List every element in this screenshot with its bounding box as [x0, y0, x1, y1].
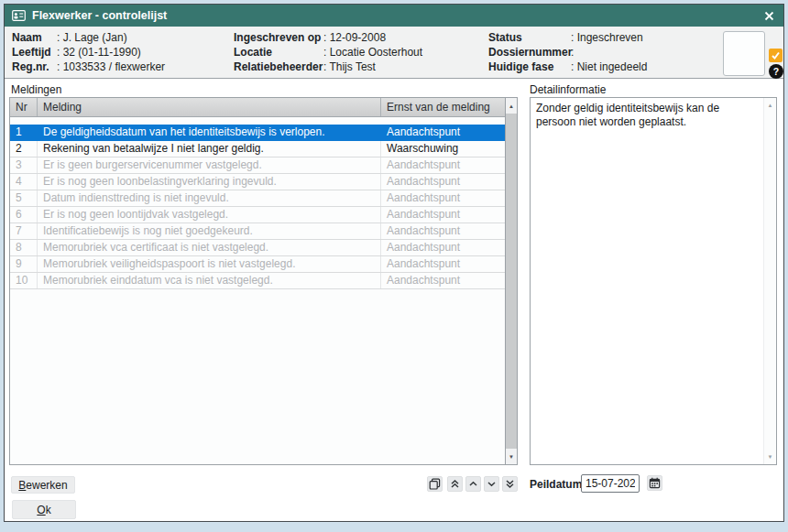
row-melding: Er is geen burgerservicenummer vastgeleg… — [38, 157, 381, 173]
table-row[interactable]: 7Identificatiebewijs is nog niet goedgek… — [10, 223, 505, 240]
field-value-locatie: : Locatie Oosterhout — [323, 46, 422, 59]
double-chevron-down-icon[interactable] — [502, 476, 518, 492]
field-value-dossiernummer: : — [571, 46, 574, 59]
chevron-up-icon[interactable] — [465, 476, 481, 492]
row-ernst: Aandachtspunt — [381, 125, 505, 140]
field-label-huidige-fase: Huidige fase — [488, 60, 553, 73]
row-nr: 3 — [10, 157, 38, 173]
scroll-down-icon[interactable]: ▼ — [506, 449, 517, 464]
check-icon[interactable] — [769, 49, 783, 62]
detail-scrollbar[interactable]: ▲ ▼ — [763, 98, 776, 464]
meldingen-table: Nr Melding Ernst van de melding 1De geld… — [9, 97, 518, 465]
scroll-up-icon[interactable]: ▲ — [764, 103, 776, 108]
table-body: 1De geldigheidsdatum van het identiteits… — [10, 118, 505, 464]
row-melding: Memorubriek vca certificaat is niet vast… — [38, 240, 381, 255]
row-melding: Memorubriek einddatum vca is niet vastge… — [38, 273, 381, 288]
field-label-naam: Naam — [12, 31, 42, 44]
field-label-relatiebeheerder: Relatiebeheerder — [234, 60, 323, 73]
row-nr: 4 — [10, 174, 38, 190]
titlebar: Flexwerker - controlelijst — [5, 5, 783, 27]
row-ernst: Aandachtspunt — [381, 256, 505, 272]
table-row[interactable]: 5Datum indiensttreding is niet ingevuld.… — [10, 190, 505, 207]
table-row[interactable]: 9Memorubriek veiligheidspaspoort is niet… — [10, 256, 505, 273]
calendar-icon[interactable] — [647, 475, 662, 491]
field-label-ingeschreven-op: Ingeschreven op — [234, 31, 321, 44]
row-nr: 10 — [10, 273, 38, 288]
field-value-relatiebeheerder: : Thijs Test — [323, 60, 376, 73]
table-row[interactable]: 2Rekening van betaalwijze I niet langer … — [10, 141, 505, 157]
row-melding: Er is nog geen loonbelastingverklaring i… — [38, 174, 381, 190]
row-nr: 8 — [10, 240, 38, 255]
help-icon[interactable]: ? — [769, 64, 783, 79]
row-melding: De geldigheidsdatum van het identiteitsb… — [38, 125, 381, 140]
dialog-window: Flexwerker - controlelijst Naam : J. Lag… — [4, 4, 784, 522]
table-row[interactable]: 8Memorubriek vca certificaat is niet vas… — [10, 240, 505, 256]
row-nr: 7 — [10, 223, 38, 239]
field-label-dossiernummer: Dossiernummer — [488, 46, 572, 59]
field-label-leeftijd: Leeftijd — [12, 46, 51, 59]
field-label-status: Status — [488, 31, 522, 44]
photo-placeholder — [723, 31, 765, 76]
row-nr: 6 — [10, 207, 38, 223]
row-nr: 5 — [10, 190, 38, 206]
row-ernst: Waarschuwing — [381, 141, 505, 157]
row-melding: Rekening van betaalwijze I niet langer g… — [38, 141, 381, 157]
peildatum-input[interactable] — [581, 474, 640, 493]
copy-icon[interactable] — [427, 476, 443, 492]
row-melding: Memorubriek veiligheidspaspoort is niet … — [38, 256, 381, 272]
field-value-huidige-fase: : Niet ingedeeld — [571, 60, 647, 73]
row-melding: Datum indiensttreding is niet ingevuld. — [38, 190, 381, 206]
table-row[interactable]: 6Er is nog geen loontijdvak vastgelegd.A… — [10, 207, 505, 223]
row-nr: 9 — [10, 256, 38, 272]
peildatum-label: Peildatum — [530, 478, 582, 491]
table-row[interactable]: 10Memorubriek einddatum vca is niet vast… — [10, 273, 505, 289]
field-value-ingeschreven-op: : 12-09-2008 — [323, 31, 386, 44]
chevron-down-icon[interactable] — [484, 476, 499, 492]
detailinformatie-panel: Zonder geldig identiteitsbewijs kan de p… — [530, 97, 777, 465]
row-melding: Er is nog geen loontijdvak vastgelegd. — [38, 207, 381, 223]
field-label-regnr: Reg.nr. — [12, 60, 49, 73]
table-row[interactable]: 4Er is nog geen loonbelastingverklaring … — [10, 174, 505, 190]
detail-text: Zonder geldig identiteitsbewijs kan de p… — [536, 102, 758, 129]
row-nr: 1 — [10, 125, 38, 140]
double-chevron-up-icon[interactable] — [447, 476, 463, 492]
row-ernst: Aandachtspunt — [381, 157, 505, 173]
bewerken-button[interactable]: Bewerken — [11, 476, 75, 494]
row-ernst: Aandachtspunt — [381, 174, 505, 190]
ok-button[interactable]: Ok — [12, 500, 76, 519]
row-ernst: Aandachtspunt — [381, 190, 505, 206]
row-nr: 2 — [10, 141, 38, 157]
table-row[interactable]: 3Er is geen burgerservicenummer vastgele… — [10, 157, 505, 174]
column-header-melding[interactable]: Melding — [38, 98, 381, 116]
detailinformatie-section-label: Detailinformatie — [530, 83, 606, 96]
row-ernst: Aandachtspunt — [381, 240, 505, 255]
row-ernst: Aandachtspunt — [381, 207, 505, 223]
scroll-up-icon[interactable]: ▲ — [506, 98, 517, 114]
field-value-leeftijd: : 32 (01-11-1990) — [57, 46, 141, 59]
column-header-nr[interactable]: Nr — [10, 98, 38, 116]
column-header-ernst[interactable]: Ernst van de melding — [381, 98, 505, 116]
meldingen-section-label: Meldingen — [11, 83, 61, 96]
field-value-naam: : J. Lage (Jan) — [57, 31, 127, 44]
scroll-down-icon[interactable]: ▼ — [764, 454, 776, 460]
person-info-header: Naam : J. Lage (Jan) Leeftijd : 32 (01-1… — [5, 27, 783, 79]
close-icon[interactable] — [762, 9, 776, 23]
field-value-regnr: : 1033533 / flexwerker — [57, 60, 165, 73]
row-ernst: Aandachtspunt — [381, 223, 505, 239]
table-scrollbar[interactable]: ▲ ▼ — [505, 98, 517, 464]
row-melding: Identificatiebewijs is nog niet goedgeke… — [38, 223, 381, 239]
window-title: Flexwerker - controlelijst — [32, 9, 167, 22]
table-header-row: Nr Melding Ernst van de melding — [10, 98, 505, 117]
field-value-status: : Ingeschreven — [571, 31, 643, 44]
table-row[interactable]: 1De geldigheidsdatum van het identiteits… — [10, 125, 505, 141]
row-ernst: Aandachtspunt — [381, 273, 505, 288]
field-label-locatie: Locatie — [234, 46, 272, 59]
contact-card-icon — [12, 10, 26, 21]
